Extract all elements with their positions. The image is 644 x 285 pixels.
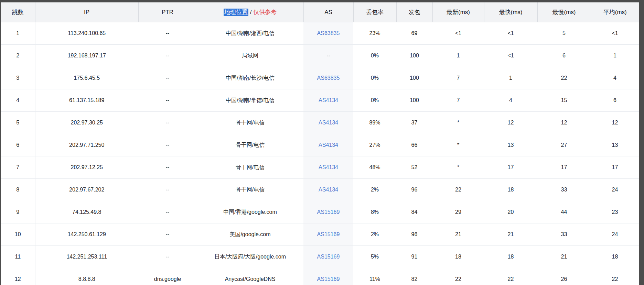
cell-as: AS4134 [303,134,353,156]
table-row: 8202.97.67.202--骨干网/电信AS41342%9622183324 [1,179,639,201]
cell-as: AS4134 [303,179,353,201]
cell-loss: 0% [353,89,396,112]
column-header-ptr: PTR [138,2,197,22]
cell-loss: 0% [353,67,396,89]
cell-as: AS15169 [303,246,353,268]
cell-ip: 142.251.253.111 [35,246,138,268]
cell-loss: 2% [353,179,396,201]
cell-ptr: -- [138,89,197,112]
as-link[interactable]: AS15169 [317,231,340,237]
cell-hop: 2 [1,45,35,67]
cell-as: AS63835 [303,22,353,45]
cell-hop: 6 [1,134,35,156]
cell-slowest: 17 [537,156,591,179]
cell-sent: 69 [396,22,432,45]
as-link[interactable]: AS15169 [317,254,340,260]
as-link[interactable]: AS4134 [319,187,338,193]
cell-ptr: -- [138,246,197,268]
cell-sent: 100 [396,67,432,89]
cell-geo: 骨干网/电信 [197,179,303,201]
cell-slowest: 12 [537,112,591,134]
as-link[interactable]: AS15169 [317,276,340,282]
traceroute-table-grid: 跳数 IP PTR 地理位置 / 仅供参考 AS 丢包率 发包 最新(ms) 最… [1,2,639,285]
as-link[interactable]: AS63835 [317,75,340,81]
cell-as: AS4134 [303,156,353,179]
cell-slowest: 27 [537,134,591,156]
cell-as: AS15169 [303,201,353,223]
cell-hop: 4 [1,89,35,112]
cell-average: 18 [591,246,639,268]
cell-geo: 中国/香港/google.com [197,201,303,223]
cell-geo: 日本/大阪府/大阪/google.com [197,246,303,268]
cell-hop: 9 [1,201,35,223]
cell-hop: 3 [1,67,35,89]
as-link[interactable]: AS4134 [319,120,338,125]
cell-sent: 82 [396,268,432,285]
cell-latest: 22 [432,179,484,201]
column-header-geo: 地理位置 / 仅供参考 [197,2,303,22]
cell-slowest: 33 [537,179,591,201]
column-header-hop: 跳数 [1,2,35,22]
cell-ptr: -- [138,45,197,67]
cell-average: 17 [591,156,639,179]
cell-latest: <1 [432,22,484,45]
cell-slowest: 44 [537,201,591,223]
as-link[interactable]: AS4134 [319,97,338,103]
cell-fastest: 18 [484,246,537,268]
cell-loss: 23% [353,22,396,45]
cell-latest: 7 [432,89,484,112]
cell-hop: 1 [1,22,35,45]
cell-latest: 7 [432,67,484,89]
as-link[interactable]: AS63835 [317,30,340,36]
cell-average: 1 [591,45,639,67]
column-header-average: 平均(ms) [591,2,639,22]
table-row: 10142.250.61.129--美国/google.comAS151692%… [1,223,639,246]
cell-geo: 中国/湖南/长沙/电信 [197,67,303,89]
table-row: 11142.251.253.111--日本/大阪府/大阪/google.comA… [1,246,639,268]
cell-average: 6 [591,89,639,112]
geo-header-label: 地理位置 [224,9,248,16]
cell-loss: 0% [353,45,396,67]
table-row: 2192.168.197.17--局域网--0%1001<161 [1,45,639,67]
cell-ip: 8.8.8.8 [35,268,138,285]
cell-hop: 10 [1,223,35,246]
cell-latest: 21 [432,223,484,246]
geo-header-separator: / [248,9,253,15]
cell-hop: 11 [1,246,35,268]
column-header-slowest: 最慢(ms) [537,2,591,22]
cell-ip: 192.168.197.17 [35,45,138,67]
as-link[interactable]: AS4134 [319,164,338,170]
column-header-loss: 丢包率 [353,2,396,22]
table-row: 5202.97.30.25--骨干网/电信AS413489%37*121212 [1,112,639,134]
cell-sent: 52 [396,156,432,179]
cell-fastest: <1 [484,45,537,67]
cell-latest: 22 [432,268,484,285]
table-header: 跳数 IP PTR 地理位置 / 仅供参考 AS 丢包率 发包 最新(ms) 最… [1,2,639,22]
cell-geo: 骨干网/电信 [197,156,303,179]
cell-sent: 37 [396,112,432,134]
cell-hop: 5 [1,112,35,134]
cell-loss: 5% [353,246,396,268]
cell-geo: 中国/湖南/常德/电信 [197,89,303,112]
cell-average: 24 [591,223,639,246]
cell-ptr: -- [138,134,197,156]
cell-fastest: 21 [484,223,537,246]
cell-hop: 7 [1,156,35,179]
table-row: 7202.97.12.25--骨干网/电信AS413448%52*171717 [1,156,639,179]
column-header-sent: 发包 [396,2,432,22]
geo-header-note: 仅供参考 [253,9,277,15]
cell-sent: 66 [396,134,432,156]
table-row: 1113.240.100.65--中国/湖南/湘西/电信AS6383523%69… [1,22,639,45]
cell-sent: 96 [396,223,432,246]
cell-ptr: -- [138,67,197,89]
cell-ptr: -- [138,179,197,201]
cell-ip: 202.97.30.25 [35,112,138,134]
cell-ptr: dns.google [138,268,197,285]
cell-ptr: -- [138,223,197,246]
as-link[interactable]: AS15169 [317,209,340,215]
as-link[interactable]: AS4134 [319,142,338,148]
cell-latest: * [432,156,484,179]
cell-ptr: -- [138,112,197,134]
cell-fastest: <1 [484,22,537,45]
cell-fastest: 22 [484,268,537,285]
